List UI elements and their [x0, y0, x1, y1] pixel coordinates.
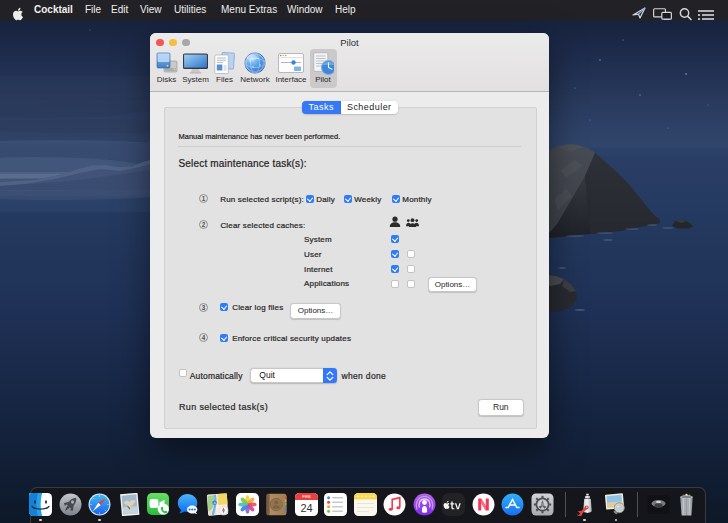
svg-text:24: 24	[300, 502, 312, 514]
svg-text:FEB: FEB	[302, 494, 311, 499]
